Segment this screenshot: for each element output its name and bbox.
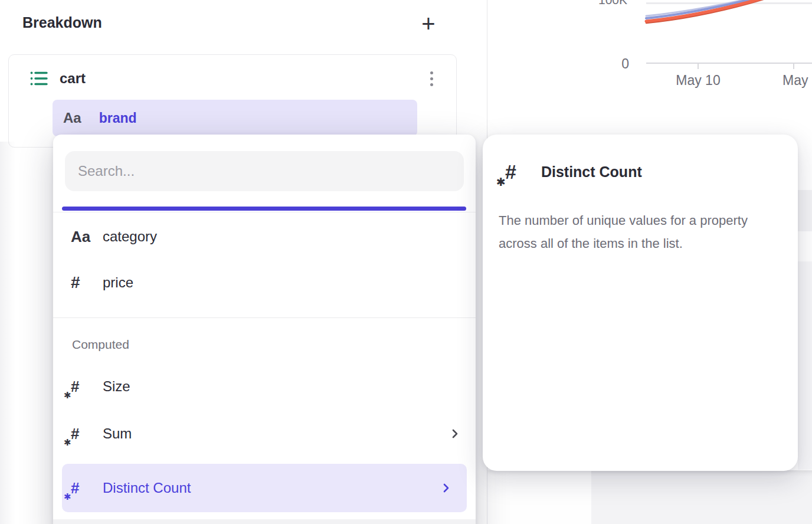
asterisk-icon: ✱ <box>496 175 506 189</box>
dropdown-item-label: Distinct Count <box>103 480 191 496</box>
active-tab-indicator <box>62 207 466 211</box>
asterisk-icon: ✱ <box>64 437 71 448</box>
text-type-icon: Aa <box>63 110 81 126</box>
number-type-icon: # <box>71 273 94 292</box>
breakdown-card: cart Aa brand <box>8 54 457 148</box>
selected-property-brand[interactable]: Aa brand <box>53 100 417 136</box>
add-breakdown-button[interactable]: + <box>415 11 441 37</box>
details-description: The number of unique values for a proper… <box>499 209 782 255</box>
dropdown-item-label: category <box>103 228 157 245</box>
x-axis-tick <box>698 64 699 69</box>
text-type-icon: Aa <box>71 228 94 246</box>
background-table-cell <box>591 470 812 524</box>
chevron-right-icon <box>441 483 451 493</box>
chart-x-axis <box>646 63 812 64</box>
list-icon <box>30 71 48 86</box>
dropdown-item-category[interactable]: Aa category <box>53 214 476 260</box>
property-details-card: # ✱ Distinct Count The number of unique … <box>483 135 798 471</box>
kebab-dot <box>430 71 433 74</box>
computed-number-icon: # ✱ <box>71 378 94 396</box>
search-input[interactable] <box>65 151 464 191</box>
dropdown-item-label: Sum <box>103 425 132 442</box>
dropdown-item-label: price <box>103 274 133 291</box>
computed-number-icon: # ✱ <box>71 479 94 497</box>
app-screen: 100K 0 May 10 May 1 Breakdown + cart <box>0 0 812 524</box>
details-header: # ✱ Distinct Count <box>505 161 642 184</box>
background-table-cell <box>487 470 591 524</box>
computed-number-icon: # ✱ <box>71 425 94 443</box>
left-edge-shadow <box>0 142 15 524</box>
dropdown-footer <box>53 519 476 524</box>
y-tick-label-0: 0 <box>608 56 629 72</box>
dropdown-item-size[interactable]: # ✱ Size <box>53 363 476 410</box>
background-table-band <box>798 190 812 231</box>
computed-number-icon: # ✱ <box>505 161 516 184</box>
x-tick-label-may1: May 1 <box>782 73 812 89</box>
background-table-band <box>798 261 812 470</box>
property-dropdown: Aa category # price Computed # ✱ Size # … <box>53 135 476 524</box>
section-label-computed: Computed <box>72 338 129 352</box>
dropdown-item-sum[interactable]: # ✱ Sum <box>53 411 476 457</box>
x-axis-tick <box>793 64 794 69</box>
details-title: Distinct Count <box>541 163 642 181</box>
dropdown-item-label: Size <box>103 378 130 395</box>
kebab-menu-button[interactable] <box>420 67 443 90</box>
divider <box>53 212 476 212</box>
selected-property-label: brand <box>99 110 137 126</box>
event-row-cart[interactable]: cart <box>9 63 456 94</box>
asterisk-icon: ✱ <box>64 492 71 502</box>
dropdown-item-price[interactable]: # price <box>53 260 476 306</box>
plus-icon: + <box>421 12 435 35</box>
dropdown-item-distinct-count[interactable]: # ✱ Distinct Count <box>62 464 467 512</box>
divider <box>53 317 476 318</box>
event-name: cart <box>60 70 86 87</box>
line-chart-series <box>646 0 812 35</box>
asterisk-icon: ✱ <box>64 390 71 401</box>
x-tick-label-may10: May 10 <box>673 73 723 89</box>
kebab-dot <box>430 77 433 80</box>
chevron-right-icon <box>450 428 460 439</box>
page-title: Breakdown <box>22 14 102 31</box>
y-tick-label-100k: 100K <box>598 0 627 7</box>
kebab-dot <box>430 83 433 86</box>
